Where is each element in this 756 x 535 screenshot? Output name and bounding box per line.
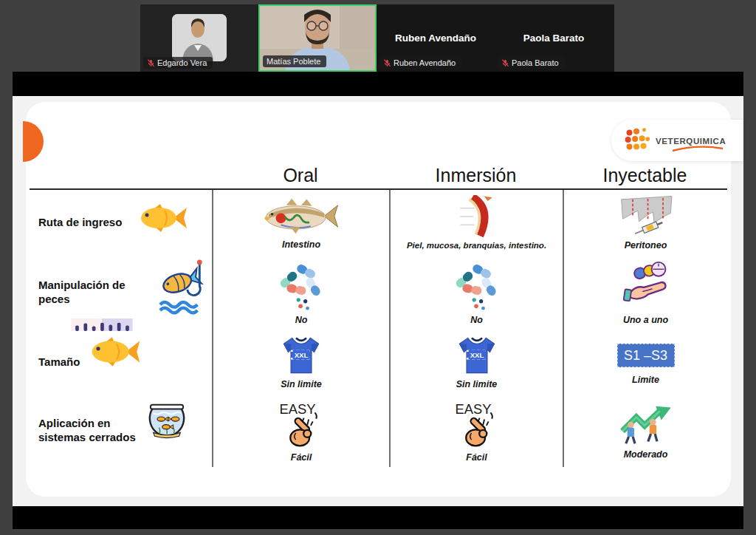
participant-tile-edgardo-vera[interactable]: Edgardo Vera <box>140 4 258 72</box>
participant-name: Ruben Avendaño <box>394 58 456 67</box>
easy-hand-icon: EASY <box>450 399 504 449</box>
cell-oral-aplicacion: EASY Fácil <box>212 394 389 467</box>
peritoneum-syringe-icon <box>611 194 681 237</box>
cell-inyectable-aplicacion: Moderado <box>563 394 727 467</box>
cell-caption: Intestino <box>282 239 320 250</box>
participant-filmstrip: Edgardo Vera Matías Poblete Ruben Avenda… <box>140 4 614 72</box>
easy-hand-icon: EASY <box>275 399 328 449</box>
cell-inmersion-manipulacion: No <box>389 255 563 330</box>
cell-caption: Limite <box>632 375 659 385</box>
row-label-tamano: Tamaño <box>30 330 212 394</box>
cell-oral-tamano: XXL Sin limite <box>212 330 389 394</box>
growth-arrow-people-icon <box>615 402 677 446</box>
participant-name-label: Edgardo Vera <box>143 57 213 69</box>
jersey-xxl-icon: XXL <box>280 335 323 376</box>
logo-dots-icon <box>623 126 651 154</box>
cell-caption: Moderado <box>624 449 668 460</box>
participant-display-name: Ruben Avendaño <box>395 33 476 44</box>
participant-name-label: Ruben Avendaño <box>379 57 461 69</box>
cell-caption: Peritoneo <box>625 240 667 251</box>
cell-caption: No <box>470 315 483 325</box>
avatar <box>172 14 227 61</box>
cell-caption: No <box>295 315 308 325</box>
logo-swoosh <box>671 146 724 152</box>
cell-caption: Uno a uno <box>623 315 668 325</box>
mic-muted-icon <box>147 59 155 67</box>
cell-inmersion-ruta: Piel, mucosa, branquias, intestino. <box>389 190 563 255</box>
fishbowl-icon <box>144 400 190 441</box>
participant-tile-matias-poblete-active-speaker[interactable]: Matías Poblete <box>258 4 377 72</box>
share-bottom-letterbox <box>13 506 743 529</box>
share-top-letterbox <box>13 72 743 96</box>
fish-icon <box>87 335 143 369</box>
cell-inyectable-ruta: Peritoneo <box>563 190 727 255</box>
row-label-aplicacion-sistemas-cerrados: Aplicación en sistemas cerrados <box>30 394 212 467</box>
participant-tile-ruben-avendano[interactable]: Ruben Avendaño Ruben Avendaño <box>377 4 495 72</box>
fish-hook-icon <box>159 256 206 316</box>
cell-caption: Piel, mucosa, branquias, intestino. <box>407 241 546 250</box>
column-header-oral: Oral <box>212 164 389 190</box>
veterquimica-logo: VETERQUIMICA <box>611 120 743 161</box>
mic-muted-icon <box>501 59 509 67</box>
participant-display-name: Paola Barato <box>523 33 585 44</box>
participant-tile-paola-barato[interactable]: Paola Barato Paola Barato <box>495 4 613 72</box>
column-header-inyectable: Inyectable <box>563 164 727 190</box>
easy-text: EASY <box>455 401 491 417</box>
participant-name: Paola Barato <box>512 58 559 67</box>
cell-caption: Fácil <box>466 452 487 463</box>
participant-name: Matías Poblete <box>267 57 320 66</box>
easy-text: EASY <box>280 401 316 417</box>
participant-name-label: Matías Poblete <box>263 55 326 67</box>
participant-name-label: Paola Barato <box>498 57 565 69</box>
gills-icon <box>458 195 495 238</box>
pills-icon <box>277 260 326 312</box>
comparison-table: Oral Inmersión Inyectable Ruta de ingres… <box>30 164 727 467</box>
hand-pills-icon <box>620 260 672 312</box>
jersey-xxl-icon: XXL <box>456 335 498 376</box>
header-spacer <box>30 164 212 190</box>
cell-inmersion-aplicacion: EASY Fácil <box>389 394 563 467</box>
presentation-slide: Oral Inmersión Inyectable Ruta de ingres… <box>26 102 731 497</box>
logo-text: VETERQUIMICA <box>656 137 726 146</box>
cell-inyectable-manipulacion: Uno a uno <box>563 255 727 330</box>
fish-icon <box>137 202 190 234</box>
jersey-size-text: XXL <box>470 351 484 359</box>
row-label-ruta-de-ingreso: Ruta de ingreso <box>30 190 212 255</box>
column-header-inmersion: Inmersión <box>389 164 563 190</box>
cell-caption: Fácil <box>291 452 312 463</box>
mic-muted-icon <box>383 59 391 67</box>
cell-oral-manipulacion: No <box>212 255 389 330</box>
cell-inmersion-tamano: XXL Sin limite <box>389 330 563 394</box>
size-range-badge: S1 –S3 <box>617 344 675 367</box>
cell-caption: Sin limite <box>281 379 322 389</box>
pills-icon <box>453 260 501 312</box>
jersey-size-text: XXL <box>295 351 309 359</box>
cell-caption: Sin limite <box>456 379 498 389</box>
participant-name: Edgardo Vera <box>157 58 207 67</box>
size-chart-icon <box>70 318 134 331</box>
cell-oral-ruta: Intestino <box>212 190 389 255</box>
cell-inyectable-tamano: S1 –S3 Limite <box>563 330 727 394</box>
fish-anatomy-icon <box>257 196 346 236</box>
